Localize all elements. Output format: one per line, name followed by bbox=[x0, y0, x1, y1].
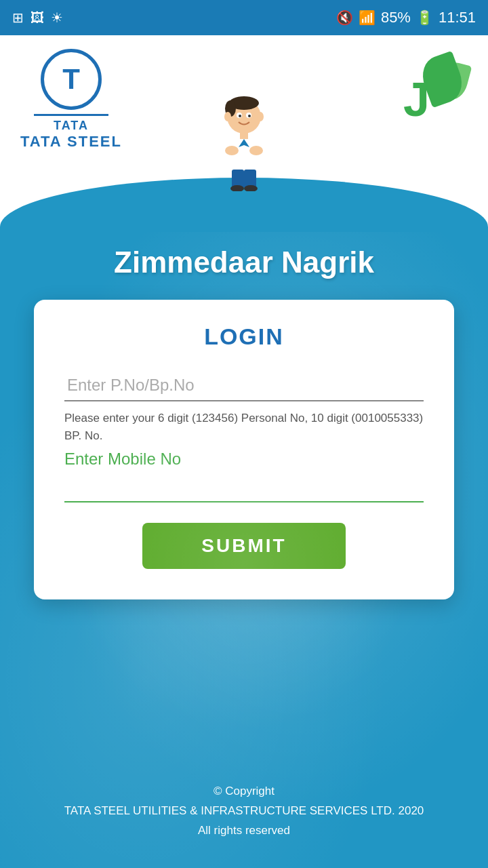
submit-button[interactable]: SUBMIT bbox=[142, 523, 346, 569]
svg-point-8 bbox=[257, 112, 264, 121]
svg-rect-9 bbox=[240, 132, 248, 139]
svg-point-13 bbox=[225, 146, 239, 155]
tata-divider bbox=[34, 114, 108, 116]
footer: © Copyright TATA STEEL UTILITIES & INFRA… bbox=[0, 768, 488, 854]
curve-section bbox=[0, 164, 488, 232]
status-icons-right: 🔇 📶 85% 🔋 11:51 bbox=[336, 9, 476, 26]
svg-point-7 bbox=[224, 112, 231, 121]
j-logo: J bbox=[386, 49, 468, 130]
app-title: Zimmedaar Nagrik bbox=[114, 245, 374, 279]
tata-t-letter: T bbox=[62, 65, 80, 94]
login-card: LOGIN Please enter your 6 digit (123456)… bbox=[34, 300, 454, 599]
battery-text: 85% bbox=[381, 9, 411, 26]
j-letter: J bbox=[403, 76, 430, 123]
hint-text: Please enter your 6 digit (123456) Perso… bbox=[64, 410, 424, 444]
weather-icon: ☀ bbox=[51, 9, 63, 26]
svg-point-5 bbox=[239, 115, 241, 117]
battery-icon: 🔋 bbox=[416, 9, 433, 26]
mobile-label: Enter Mobile No bbox=[64, 450, 424, 469]
gallery-icon: ⊞ bbox=[12, 9, 24, 26]
copyright-text: © Copyright bbox=[14, 782, 474, 802]
image-icon: 🖼 bbox=[30, 10, 44, 26]
steel-label: TATA STEEL bbox=[20, 133, 122, 151]
wifi-icon: 📶 bbox=[359, 9, 375, 26]
company-text: TATA STEEL UTILITIES & INFRASTRUCTURE SE… bbox=[14, 802, 474, 821]
tata-steel-logo: T TATA TATA STEEL bbox=[20, 49, 122, 164]
j-leaf-container: J bbox=[393, 56, 461, 123]
status-icons-left: ⊞ 🖼 ☀ bbox=[12, 9, 63, 26]
svg-point-14 bbox=[249, 146, 263, 155]
main-content: Zimmedaar Nagrik LOGIN Please enter your… bbox=[0, 232, 488, 868]
svg-point-6 bbox=[248, 115, 251, 117]
mascot-svg bbox=[210, 96, 278, 191]
rights-text: All rights reserved bbox=[14, 821, 474, 841]
mute-icon: 🔇 bbox=[336, 9, 353, 26]
pno-input[interactable] bbox=[64, 370, 424, 401]
tata-circle-logo: T bbox=[41, 49, 102, 110]
status-bar: ⊞ 🖼 ☀ 🔇 📶 85% 🔋 11:51 bbox=[0, 0, 488, 35]
tata-text-group: TATA TATA STEEL bbox=[20, 114, 122, 151]
mascot-container bbox=[210, 96, 278, 194]
mobile-input[interactable] bbox=[64, 471, 424, 502]
pno-input-group bbox=[64, 370, 424, 401]
clock: 11:51 bbox=[439, 9, 476, 26]
tata-label: TATA bbox=[54, 119, 89, 133]
login-title: LOGIN bbox=[64, 323, 424, 350]
